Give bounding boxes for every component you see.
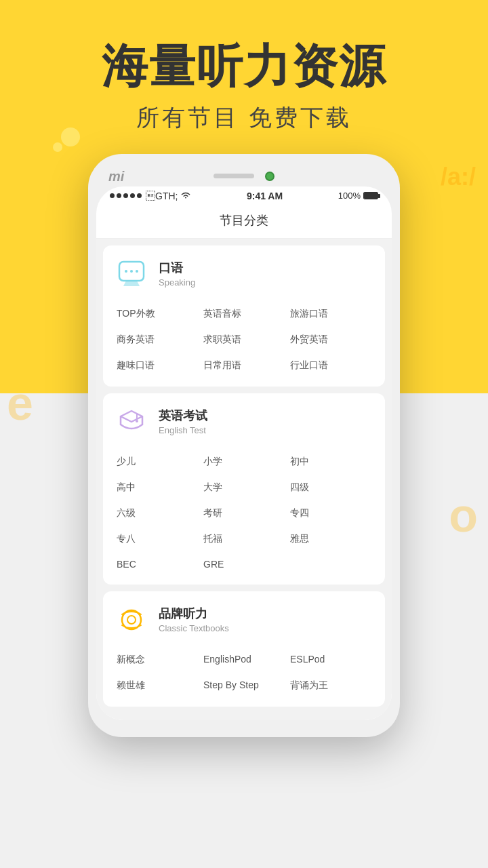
list-item[interactable]: 求职英语 (201, 327, 287, 353)
status-left: GTH; (110, 191, 191, 201)
battery-icon (363, 192, 378, 199)
list-item[interactable]: ESLPod (287, 647, 374, 673)
list-item[interactable]: 少儿 (114, 449, 201, 475)
list-item[interactable]: 专四 (287, 500, 374, 526)
status-right: 100% (338, 191, 378, 201)
exam-items-grid: 少儿 小学 初中 高中 大学 四级 六级 考研 专四 专八 托福 雅思 BEC … (114, 449, 374, 576)
battery-percent: 100% (338, 191, 361, 201)
list-item[interactable]: 高中 (114, 475, 201, 500)
list-item[interactable]: 旅游口语 (287, 301, 374, 327)
list-item[interactable]: 四级 (287, 475, 374, 500)
list-item[interactable]: 六级 (114, 500, 201, 526)
list-item[interactable]: 背诵为王 (287, 673, 374, 698)
list-item[interactable]: 趣味口语 (114, 353, 201, 378)
list-item[interactable]: TOP外教 (114, 301, 201, 327)
list-item[interactable]: 雅思 (287, 526, 374, 552)
list-item[interactable]: BEC (114, 552, 201, 576)
list-item[interactable]: 英语音标 (201, 301, 287, 327)
speaking-items-grid: TOP外教 英语音标 旅游口语 商务英语 求职英语 外贸英语 趣味口语 日常用语… (114, 301, 374, 378)
wifi-icon: GTH; (146, 191, 191, 201)
category-english-test[interactable]: 英语考试 English Test 少儿 小学 初中 高中 大学 四级 六级 考… (103, 393, 385, 585)
list-item[interactable]: 赖世雄 (114, 673, 201, 698)
header-subtitle: 所有节目 免费下载 (0, 102, 488, 134)
list-item[interactable]: 大学 (201, 475, 287, 500)
signal-dots (110, 193, 142, 198)
list-item[interactable]: 商务英语 (114, 327, 201, 353)
list-item[interactable]: GRE (201, 552, 287, 576)
list-item[interactable]: 行业口语 (287, 353, 374, 378)
svg-point-2 (130, 270, 133, 273)
brand-items-grid: 新概念 EnglishPod ESLPod 赖世雄 Step By Step 背… (114, 647, 374, 698)
list-item[interactable]: 新概念 (114, 647, 201, 673)
category-brand[interactable]: 品牌听力 Classic Textbooks 新概念 EnglishPod ES… (103, 591, 385, 707)
mi-logo: mi (108, 169, 124, 184)
list-item[interactable]: 外贸英语 (287, 327, 374, 353)
brand-icon (114, 602, 149, 637)
list-item[interactable]: EnglishPod (201, 647, 287, 673)
list-item[interactable] (287, 552, 374, 576)
svg-point-4 (136, 420, 138, 422)
page-title: 节目分类 (96, 205, 392, 239)
phone-content[interactable]: 口语 Speaking TOP外教 英语音标 旅游口语 商务英语 求职英语 外贸… (96, 239, 392, 720)
svg-point-3 (136, 270, 138, 273)
list-item[interactable]: 日常用语 (201, 353, 287, 378)
deco-dot-2 (53, 142, 62, 152)
brand-title-en: Classic Textbooks (159, 623, 229, 633)
list-item[interactable]: 小学 (201, 449, 287, 475)
speaking-title-cn: 口语 (159, 260, 195, 276)
exam-title-cn: 英语考试 (159, 408, 207, 424)
list-item[interactable]: 考研 (201, 500, 287, 526)
phone-camera (265, 172, 274, 181)
phone-speaker (214, 174, 254, 178)
brand-title-cn: 品牌听力 (159, 606, 229, 622)
header-title: 海量听力资源 (0, 41, 488, 92)
status-bar: GTH; 9:41 AM 100% (96, 186, 392, 205)
exam-icon (114, 404, 149, 439)
speaking-title-en: Speaking (159, 277, 195, 288)
list-item[interactable]: 托福 (201, 526, 287, 552)
list-item[interactable]: 初中 (287, 449, 374, 475)
list-item[interactable]: Step By Step (201, 673, 287, 698)
svg-point-6 (127, 616, 136, 624)
speaking-icon (114, 256, 149, 292)
list-item[interactable]: 专八 (114, 526, 201, 552)
phone-top-bar (96, 162, 392, 186)
category-speaking[interactable]: 口语 Speaking TOP外教 英语音标 旅游口语 商务英语 求职英语 外贸… (103, 245, 385, 387)
svg-point-1 (125, 270, 127, 273)
exam-title-en: English Test (159, 425, 207, 435)
phone-mockup: mi GTH; (0, 154, 488, 737)
status-time: 9:41 AM (247, 191, 283, 201)
